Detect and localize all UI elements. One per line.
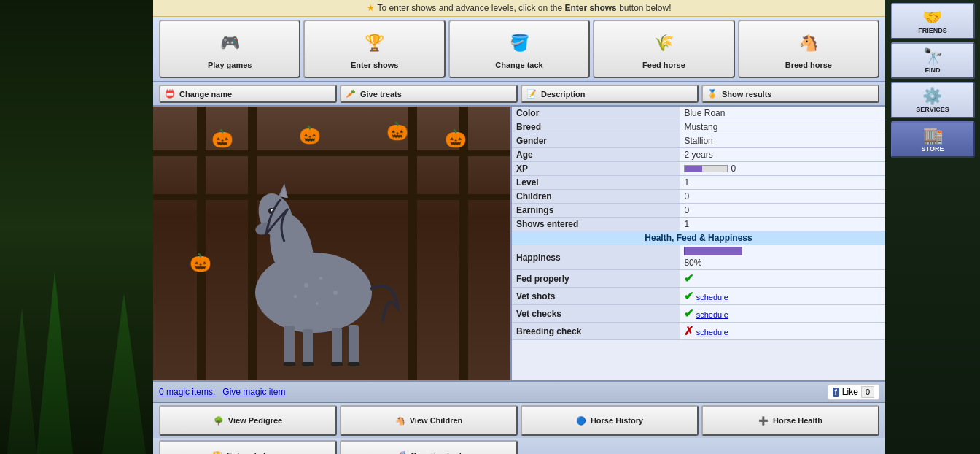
change-name-label: Change name (179, 90, 232, 99)
happiness-pct: 80% (684, 258, 701, 268)
svg-rect-8 (284, 326, 295, 366)
vet-checks-schedule-link[interactable]: schedule (696, 310, 728, 319)
main-content-area: ★ To enter shows and advance levels, cli… (153, 0, 885, 454)
change-tack-button[interactable]: 🪣 Change tack (448, 20, 590, 78)
xp-label: XP (512, 162, 680, 176)
bottom-strip: 0 magic items: Give magic item f Like 0 (153, 380, 885, 403)
stat-vet-checks: Vet checks ✔ schedule (512, 305, 885, 323)
store-right-button[interactable]: 🏬 STORE (891, 121, 975, 158)
genetics-tool-icon: 🧬 (396, 451, 406, 455)
barn-beam-3 (408, 107, 417, 380)
store-btn-content: 🏬 STORE (922, 126, 944, 153)
store-right-icon: 🏬 (923, 126, 943, 145)
xp-bar-container: 0 (684, 163, 881, 174)
horse-history-button[interactable]: 🔵 Horse History (521, 405, 699, 436)
breeding-schedule-link[interactable]: schedule (696, 328, 728, 336)
stat-color: Color Blue Roan (512, 107, 885, 120)
services-label: SERVICES (916, 106, 949, 113)
give-magic-link[interactable]: Give magic item (222, 387, 285, 397)
find-label: FIND (925, 66, 941, 74)
genetics-tool-label: Genetics tool (411, 451, 462, 454)
play-games-icon: 🎮 (215, 28, 244, 58)
earnings-value: 0 (680, 204, 885, 218)
horse-image-container: 🎃 🎃 🎃 🎃 🎃 (153, 107, 510, 380)
svg-rect-13 (302, 362, 314, 366)
gender-label: Gender (512, 134, 680, 148)
age-label: Age (512, 148, 680, 162)
change-tack-icon: 🪣 (505, 28, 534, 58)
play-games-button[interactable]: 🎮 Play games (159, 20, 300, 78)
stat-gender: Gender Stallion (512, 134, 885, 148)
entered-shows-icon: 🏆 (212, 451, 222, 455)
genetics-tool-button[interactable]: 🧬 Genetics tool (340, 440, 518, 454)
notification-bar: ★ To enter shows and advance levels, cli… (153, 0, 885, 17)
feed-horse-icon: 🌾 (649, 28, 678, 58)
health-header: Health, Feed & Happiness (512, 231, 885, 245)
breed-horse-button[interactable]: 🐴 Breed horse (738, 20, 879, 78)
show-results-icon: 🏅 (707, 89, 718, 99)
shows-value: 1 (680, 218, 885, 231)
horse-history-label: Horse History (591, 416, 643, 425)
entered-shows-button[interactable]: 🏆 Entered shows (159, 440, 337, 454)
view-children-button[interactable]: 🐴 View Children (340, 405, 518, 436)
vet-shots-value: ✔ schedule (680, 288, 885, 305)
notification-text: To enter shows and advance levels, click… (378, 3, 565, 13)
friends-button[interactable]: 🤝 FRIENDS (891, 3, 975, 39)
svg-point-17 (319, 277, 322, 280)
color-label: Color (512, 107, 680, 120)
entered-shows-label: Entered shows (227, 451, 284, 454)
services-btn-content: ⚙️ SERVICES (916, 87, 949, 113)
svg-point-16 (304, 283, 308, 288)
view-pedigree-button[interactable]: 🌳 View Pedigree (159, 405, 337, 436)
horse-health-label: Horse Health (773, 416, 822, 425)
change-tack-label: Change tack (495, 61, 542, 69)
svg-point-0 (255, 253, 372, 333)
shows-label: Shows entered (512, 218, 680, 231)
fed-check-icon: ✔ (684, 272, 693, 285)
feed-horse-button[interactable]: 🌾 Feed horse (593, 20, 734, 78)
services-icon: ⚙️ (922, 87, 942, 106)
breeding-check-icon: ✗ (684, 325, 693, 337)
show-results-label: Show results (722, 90, 771, 99)
find-icon: 🔭 (923, 47, 943, 66)
view-pedigree-icon: 🌳 (214, 416, 224, 426)
breeding-value: ✗ schedule (680, 323, 885, 340)
magic-items-area: 0 magic items: Give magic item (159, 387, 285, 397)
enter-shows-button[interactable]: 🏆 Enter shows (303, 20, 445, 78)
level-label: Level (512, 176, 680, 190)
stat-children: Children 0 (512, 190, 885, 204)
horse-history-icon: 🔵 (576, 416, 586, 426)
right-sidebar: 🤝 FRIENDS 🔭 FIND ⚙️ SERVICES 🏬 STORE (885, 0, 980, 454)
vet-checks-label: Vet checks (512, 305, 680, 323)
description-button[interactable]: 📝 Description (521, 85, 699, 103)
breed-label: Breed (512, 120, 680, 134)
horse-health-button[interactable]: ➕ Horse Health (701, 405, 879, 436)
notification-bold: Enter shows (564, 3, 616, 13)
show-results-button[interactable]: 🏅 Show results (701, 85, 879, 103)
find-button[interactable]: 🔭 FIND (891, 42, 975, 79)
services-button[interactable]: ⚙️ SERVICES (891, 82, 975, 118)
horse-svg (226, 147, 401, 366)
horse-area: 🎃 🎃 🎃 🎃 🎃 (153, 107, 885, 380)
view-pedigree-label: View Pedigree (228, 416, 282, 425)
age-value: 2 years (680, 148, 885, 162)
description-label: Description (541, 90, 586, 99)
vet-shots-check-icon: ✔ (684, 290, 693, 302)
magic-count-link[interactable]: 0 magic items: (159, 387, 215, 397)
view-children-icon: 🐴 (395, 416, 405, 426)
vet-checks-value: ✔ schedule (680, 305, 885, 323)
svg-rect-11 (349, 325, 359, 366)
pumpkin-2: 🎃 (299, 125, 321, 145)
xp-value: 0 (680, 162, 885, 176)
bottom-buttons-row: 🌳 View Pedigree 🐴 View Children 🔵 Horse … (153, 403, 885, 438)
description-icon: 📝 (526, 89, 537, 99)
earnings-label: Earnings (512, 204, 680, 218)
vet-shots-label: Vet shots (512, 288, 680, 305)
stat-breeding: Breeding check ✗ schedule (512, 323, 885, 340)
svg-rect-12 (284, 362, 295, 366)
give-treats-button[interactable]: 🥕 Give treats (340, 85, 518, 103)
vet-shots-schedule-link[interactable]: schedule (696, 293, 728, 301)
like-button[interactable]: f Like 0 (828, 384, 879, 400)
left-landscape (0, 0, 153, 454)
change-name-button[interactable]: 📛 Change name (159, 85, 337, 103)
